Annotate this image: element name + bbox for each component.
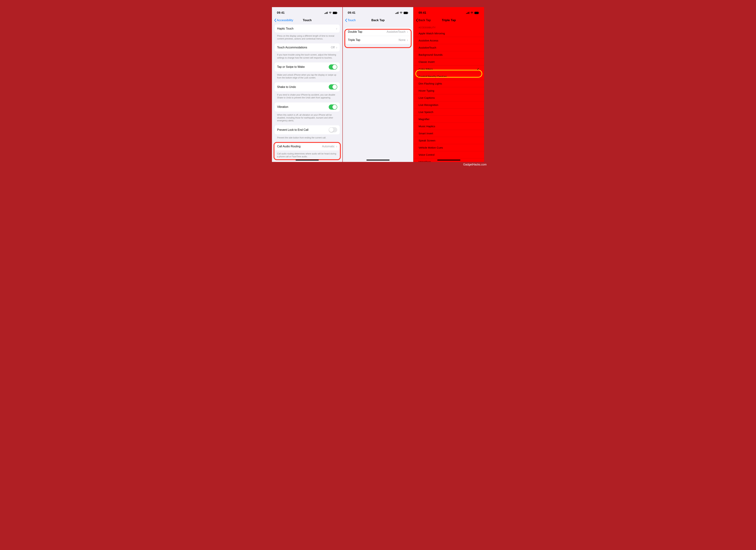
screen-touch-settings: 09:41 Accessibility Touch Haptic Touch ›… xyxy=(272,7,342,162)
footer-text: Wake and unlock iPhone when you tap the … xyxy=(275,73,340,82)
option-row[interactable]: Background Sounds xyxy=(414,51,484,58)
switch-prevent-lock[interactable] xyxy=(329,127,337,132)
option-row[interactable]: Hover Typing xyxy=(414,87,484,94)
home-indicator[interactable] xyxy=(437,160,460,160)
nav-bar: Accessibility Touch xyxy=(272,17,342,25)
option-row[interactable]: Live Captions xyxy=(414,94,484,101)
screen-triple-tap: 09:41 Back Tap Triple Tap ACCESSIBILITY … xyxy=(414,7,484,162)
cell-value: Automatic xyxy=(322,145,335,148)
section-header: ACCESSIBILITY xyxy=(414,25,484,30)
svg-rect-8 xyxy=(397,12,398,14)
svg-rect-14 xyxy=(468,12,468,14)
status-time: 09:41 xyxy=(419,11,426,14)
checkmark-icon: ✓ xyxy=(477,67,479,71)
cell-value: None xyxy=(399,38,405,42)
option-row[interactable]: Live Recognition xyxy=(414,101,484,109)
svg-rect-9 xyxy=(398,12,398,14)
svg-rect-0 xyxy=(324,13,325,14)
cell-value: Off xyxy=(331,46,335,49)
option-row[interactable]: Classic Invert xyxy=(414,58,484,65)
battery-icon xyxy=(474,12,479,14)
option-label: Speak Screen xyxy=(419,139,435,142)
svg-rect-11 xyxy=(408,12,408,13)
option-row[interactable]: Speak Screen xyxy=(414,137,484,144)
status-bar: 09:41 xyxy=(343,7,413,17)
screen-back-tap: 09:41 Touch Back Tap Double Tap Assistiv… xyxy=(343,7,413,162)
battery-icon xyxy=(333,12,337,14)
option-row[interactable]: Music Haptics xyxy=(414,123,484,130)
row-prevent-lock[interactable]: Prevent Lock to End Call xyxy=(275,125,340,134)
nav-bar: Back Tap Triple Tap xyxy=(414,17,484,25)
chevron-right-icon: › xyxy=(336,144,337,148)
option-label: VoiceOver xyxy=(419,160,431,162)
wifi-icon xyxy=(400,12,403,14)
option-row[interactable]: Live Speech xyxy=(414,109,484,116)
chevron-right-icon: › xyxy=(407,30,408,34)
svg-rect-6 xyxy=(395,13,396,14)
switch-vibration[interactable] xyxy=(329,104,337,110)
row-call-audio-routing[interactable]: Call Audio Routing Automatic › xyxy=(275,142,340,150)
option-row[interactable]: AssistiveTouch xyxy=(414,44,484,51)
status-time: 09:41 xyxy=(277,11,285,14)
option-label: Dim Flashing Lights xyxy=(419,82,442,85)
option-row[interactable]: Color Filters✓ xyxy=(414,65,484,73)
cell-label: Tap or Swipe to Wake xyxy=(277,65,305,69)
row-back-tap[interactable]: Back Tap On › xyxy=(275,161,340,162)
option-row[interactable]: Dim Flashing Lights xyxy=(414,80,484,87)
svg-rect-10 xyxy=(404,12,408,14)
chevron-left-icon xyxy=(274,19,276,22)
footer-text: If you tend to shake your iPhone by acci… xyxy=(275,93,340,102)
svg-rect-5 xyxy=(337,12,337,13)
chevron-right-icon: › xyxy=(407,38,408,42)
option-label: Magnifier xyxy=(419,118,430,121)
switch-tap-wake[interactable] xyxy=(329,64,337,70)
wifi-icon xyxy=(470,12,473,14)
svg-rect-2 xyxy=(326,12,327,14)
svg-rect-3 xyxy=(327,12,328,14)
row-vibration[interactable]: Vibration xyxy=(275,102,340,112)
option-row[interactable]: Apple Watch Mirroring xyxy=(414,30,484,37)
status-icons xyxy=(466,12,479,14)
page-title: Touch xyxy=(303,19,312,22)
footer-text: If you have trouble using the touch scre… xyxy=(275,52,340,62)
chevron-right-icon: › xyxy=(336,45,337,49)
option-label: Classic Invert xyxy=(419,60,435,63)
row-tap-swipe-wake[interactable]: Tap or Swipe to Wake xyxy=(275,62,340,72)
cell-label: Call Audio Routing xyxy=(277,145,301,148)
wifi-icon xyxy=(329,12,332,14)
option-label: Vehicle Motion Cues xyxy=(419,146,443,149)
row-triple-tap[interactable]: Triple Tap None › xyxy=(345,36,411,44)
cell-label: Touch Accommodations xyxy=(277,46,307,49)
option-label: Background Sounds xyxy=(419,53,443,56)
back-button[interactable]: Back Tap xyxy=(416,19,431,22)
row-double-tap[interactable]: Double Tap AssistiveTouch › xyxy=(345,28,411,36)
option-row[interactable]: Assistive Access xyxy=(414,37,484,44)
switch-shake-undo[interactable] xyxy=(329,84,337,90)
row-touch-accommodations[interactable]: Touch Accommodations Off › xyxy=(275,43,340,51)
option-row[interactable]: Control Nearby Devices xyxy=(414,73,484,80)
back-button[interactable]: Touch xyxy=(345,19,356,22)
option-label: Hover Typing xyxy=(419,89,434,92)
option-row[interactable]: Vehicle Motion Cues xyxy=(414,144,484,151)
option-row[interactable]: Magnifier xyxy=(414,116,484,123)
row-haptic-touch[interactable]: Haptic Touch › xyxy=(275,25,340,33)
option-row[interactable]: Smart Invert xyxy=(414,130,484,137)
option-label: Live Captions xyxy=(419,96,435,99)
option-label: Voice Control xyxy=(419,153,434,156)
cell-label: Triple Tap xyxy=(348,38,360,42)
chevron-left-icon xyxy=(345,19,347,22)
home-indicator[interactable] xyxy=(366,160,390,160)
home-indicator[interactable] xyxy=(296,160,319,160)
svg-rect-4 xyxy=(333,12,337,14)
row-shake-undo[interactable]: Shake to Undo xyxy=(275,82,340,91)
option-row[interactable]: Voice Control xyxy=(414,151,484,158)
option-label: Smart Invert xyxy=(419,132,433,135)
svg-rect-15 xyxy=(469,12,469,14)
status-icons xyxy=(324,12,337,14)
footer-text: When this switch is off, all vibration o… xyxy=(275,113,340,125)
back-button[interactable]: Accessibility xyxy=(274,19,293,22)
svg-rect-17 xyxy=(479,12,479,13)
signal-icon xyxy=(466,12,469,14)
option-label: AssistiveTouch xyxy=(419,46,436,49)
cell-label: Vibration xyxy=(277,105,288,109)
